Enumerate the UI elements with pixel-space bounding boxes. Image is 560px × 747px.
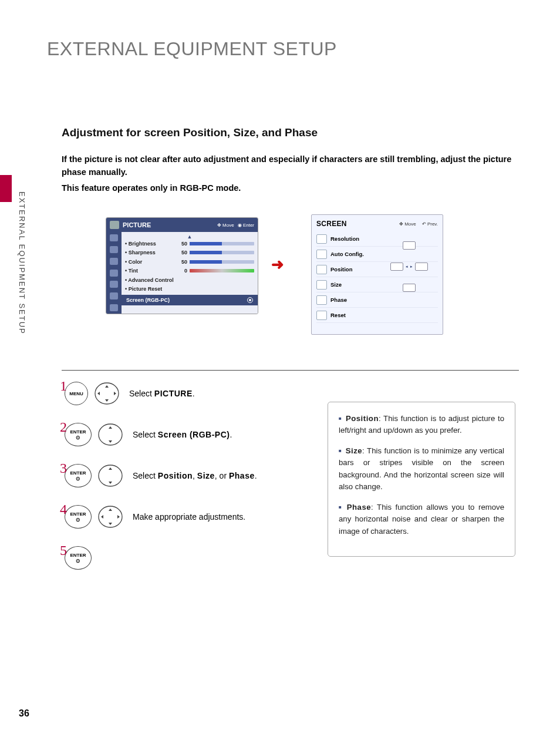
slider-bar [190, 242, 254, 245]
cat-icon [106, 244, 122, 255]
item-icon [316, 295, 327, 305]
cat-icon [106, 232, 122, 244]
row-label: • Picture Reset [125, 286, 177, 292]
intro-paragraph: If the picture is not clear after auto a… [62, 153, 519, 194]
remote-enter-button: ENTER⊙ [65, 546, 92, 570]
step-text: Select PICTURE. [129, 389, 195, 398]
slider-bar [190, 260, 254, 264]
row-label: • Tint [125, 268, 177, 274]
cat-icon [106, 255, 122, 267]
slider-bar [190, 251, 254, 254]
osd-screen-header: SCREEN ✥ Move ↶ Prev. [316, 220, 438, 228]
enter-dot-icon [247, 297, 253, 303]
left-caret-icon: ◂ [406, 264, 408, 269]
picture-row: • Picture Reset [125, 285, 254, 294]
item-label: Position [330, 266, 352, 272]
scroll-up-caret-icon: ▲ [125, 234, 254, 239]
osd-category-icons [106, 232, 122, 314]
remote-dpad-updown-icon [97, 423, 123, 446]
picture-row: • Tint 0 [125, 267, 254, 276]
osd-picture-title: PICTURE [123, 221, 151, 228]
adjust-tile [403, 284, 416, 292]
screen-item: Phase [316, 292, 438, 308]
item-icon [316, 311, 327, 320]
osd-screen-panel: SCREEN ✥ Move ↶ Prev. Resolution Auto Co… [311, 214, 443, 335]
row-value: 0 [177, 268, 187, 274]
flow-arrow-icon: ➜ [271, 255, 284, 274]
item-label: Auto Config. [330, 251, 364, 257]
section-heading: Adjustment for screen Position, Size, an… [62, 126, 318, 139]
step-row: 1 MENU Select PICTURE. [60, 382, 312, 405]
section-divider [62, 370, 519, 371]
remote-enter-button: ENTER⊙ [65, 505, 92, 529]
step-row: 4 ENTER⊙ Make appropriate adjustments. [60, 505, 312, 529]
row-value: 50 [177, 241, 187, 247]
item-icon [316, 234, 327, 244]
osd-picture-header: PICTURE ✥ Move ◉ Enter [106, 218, 258, 232]
adjust-tile [415, 263, 428, 271]
item-label: Size [330, 281, 342, 288]
side-section-label: EXTERNAL EQUIPMENT SETUP [18, 191, 26, 335]
intro-line-1: If the picture is not clear after auto a… [62, 153, 519, 179]
screen-item: Reset [316, 308, 438, 323]
info-item: Size: This function is to minimize any v… [339, 445, 504, 493]
row-label: • Color [125, 259, 177, 265]
step-text: Make appropriate adjustments. [133, 512, 245, 521]
cat-icon [106, 267, 122, 279]
step-number: 5 [60, 543, 67, 558]
page-number: 36 [19, 708, 29, 719]
picture-row: • Advanced Control [125, 275, 254, 285]
step-number: 4 [60, 502, 67, 517]
cat-icon [106, 302, 122, 314]
right-caret-icon: ▸ [410, 264, 413, 269]
info-item: Position: This function is to adjust pic… [339, 413, 504, 437]
screen-adjust-visual: ◂ ▸ [383, 241, 436, 292]
step-row: 2 ENTER⊙ Select Screen (RGB-PC). [60, 423, 312, 446]
hint-move: ✥ Move [399, 221, 416, 227]
step-text: Select Position, Size, or Phase. [133, 471, 257, 480]
osd-picture-hints: ✥ Move ◉ Enter [217, 223, 254, 228]
remote-dpad-updown-icon [97, 464, 123, 487]
selected-label: Screen (RGB-PC) [126, 297, 170, 303]
hint-move: ✥ Move [217, 223, 234, 228]
row-value: 50 [177, 250, 187, 255]
steps-list: 1 MENU Select PICTURE. 2 ENTER⊙ Select S… [60, 382, 312, 587]
accent-tab [0, 175, 12, 202]
row-value: 50 [177, 259, 187, 265]
item-label: Phase [330, 297, 347, 303]
cat-icon [106, 290, 122, 302]
osd-screen-hints: ✥ Move ↶ Prev. [399, 221, 438, 227]
item-icon [316, 250, 327, 259]
remote-enter-button: ENTER⊙ [65, 423, 92, 446]
tint-bar [190, 269, 254, 272]
hint-prev: ↶ Prev. [422, 221, 438, 227]
osd-picture-panel: PICTURE ✥ Move ◉ Enter ▲ • Brightness 50… [106, 217, 258, 314]
step-row: 5 ENTER⊙ [60, 546, 312, 570]
intro-line-2: This feature operates only in RGB-PC mod… [62, 181, 519, 194]
item-icon [316, 280, 327, 290]
remote-dpad-4way-icon [94, 382, 120, 405]
info-item: Phase: This function allows you to remov… [339, 502, 504, 537]
item-label: Reset [330, 312, 346, 318]
picture-selected-row: Screen (RGB-PC) [122, 295, 258, 305]
step-number: 3 [60, 460, 67, 476]
picture-icon [110, 221, 119, 229]
row-label: • Brightness [125, 241, 177, 247]
adjust-tile [403, 241, 416, 250]
picture-row: • Sharpness 50 [125, 248, 254, 258]
remote-enter-button: ENTER⊙ [65, 464, 92, 487]
row-label: • Advanced Control [125, 277, 177, 283]
info-box: Position: This function is to adjust pic… [328, 402, 515, 557]
picture-row: • Color 50 [125, 257, 254, 267]
remote-dpad-4way-icon [97, 505, 123, 529]
remote-menu-button: MENU [65, 382, 88, 405]
picture-row: • Brightness 50 [125, 239, 254, 248]
step-number: 2 [60, 419, 67, 435]
page-title: EXTERNAL EQUIPMENT SETUP [47, 38, 337, 60]
adjust-tile [390, 263, 403, 271]
step-number: 1 [60, 378, 67, 394]
step-text: Select Screen (RGB-PC). [133, 430, 232, 439]
step-row: 3 ENTER⊙ Select Position, Size, or Phase… [60, 464, 312, 487]
cat-icon [106, 278, 122, 290]
hint-enter: ◉ Enter [238, 223, 254, 228]
